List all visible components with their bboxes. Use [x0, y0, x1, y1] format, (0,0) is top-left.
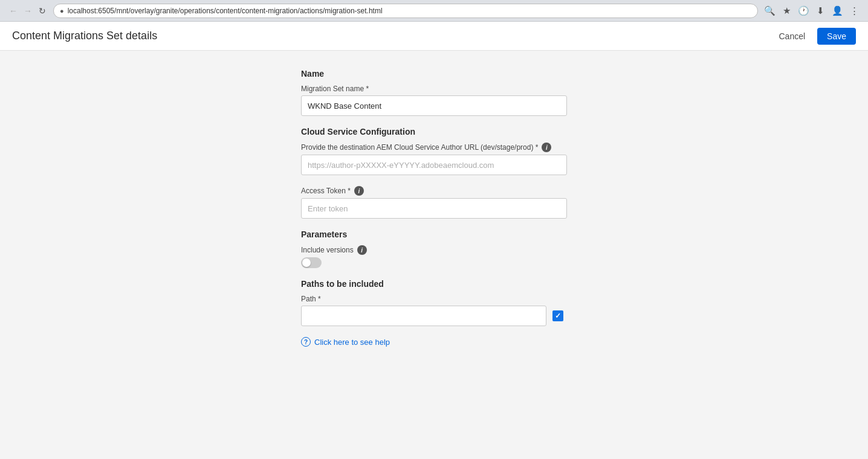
main-content: Name Migration Set name * Cloud Service … — [0, 51, 868, 365]
address-bar[interactable]: ● localhost:6505/mnt/overlay/granite/ope… — [53, 4, 758, 18]
browser-bar: ← → ↻ ● localhost:6505/mnt/overlay/grani… — [0, 0, 868, 22]
path-row — [301, 306, 567, 326]
url-field-label: Provide the destination AEM Cloud Servic… — [301, 143, 567, 152]
path-checkbox-cell — [549, 306, 567, 326]
parameters-section: Parameters Include versions i — [301, 230, 567, 268]
reload-button[interactable]: ↻ — [36, 5, 48, 17]
access-token-label: Access Token * i — [301, 186, 567, 196]
include-versions-toggle-wrapper — [301, 257, 567, 268]
include-versions-label: Include versions i — [301, 245, 567, 255]
cloud-service-section: Cloud Service Configuration Provide the … — [301, 127, 567, 175]
path-field-label: Path * — [301, 295, 567, 303]
access-token-info-icon[interactable]: i — [354, 186, 364, 196]
help-circle-icon: ? — [301, 337, 311, 347]
url-input-wrapper — [301, 155, 567, 175]
include-versions-info-icon[interactable]: i — [357, 245, 367, 255]
history-icon[interactable]: 🕐 — [797, 4, 810, 18]
forward-button[interactable]: → — [22, 5, 34, 17]
app-header: Content Migrations Set details Cancel Sa… — [0, 22, 868, 51]
lock-icon: ● — [60, 7, 64, 14]
page-title: Content Migrations Set details — [12, 30, 157, 42]
menu-icon[interactable]: ⋮ — [847, 4, 861, 18]
include-versions-toggle[interactable] — [301, 257, 322, 268]
paths-section-title: Paths to be included — [301, 279, 567, 289]
profile-icon[interactable]: 👤 — [831, 4, 844, 18]
browser-actions: 🔍 ★ 🕐 ⬇ 👤 ⋮ — [763, 4, 861, 18]
cancel-button[interactable]: Cancel — [771, 28, 812, 45]
name-section-title: Name — [301, 69, 567, 79]
access-token-section: Access Token * i — [301, 186, 567, 219]
header-actions: Cancel Save — [771, 28, 856, 45]
save-button[interactable]: Save — [817, 28, 856, 45]
url-text: localhost:6505/mnt/overlay/granite/opera… — [68, 7, 383, 15]
access-token-input[interactable] — [301, 198, 567, 219]
form-container: Name Migration Set name * Cloud Service … — [301, 69, 567, 347]
cloud-service-section-title: Cloud Service Configuration — [301, 127, 567, 136]
migration-set-name-input[interactable] — [301, 95, 567, 116]
search-icon[interactable]: 🔍 — [763, 4, 776, 18]
help-link[interactable]: ? Click here to see help — [301, 337, 567, 347]
parameters-section-title: Parameters — [301, 230, 567, 239]
toggle-track — [301, 257, 322, 268]
paths-section: Paths to be included Path * — [301, 279, 567, 326]
download-icon[interactable]: ⬇ — [814, 4, 827, 18]
toggle-thumb — [302, 258, 311, 267]
help-link-label: Click here to see help — [314, 338, 390, 347]
name-section: Name Migration Set name * — [301, 69, 567, 116]
back-button[interactable]: ← — [7, 5, 19, 17]
migration-set-name-label: Migration Set name * — [301, 85, 567, 93]
url-input[interactable] — [301, 155, 567, 175]
browser-navigation: ← → ↻ — [7, 5, 48, 17]
bookmark-icon[interactable]: ★ — [780, 4, 793, 18]
path-checkbox[interactable] — [552, 310, 563, 321]
path-input[interactable] — [301, 306, 546, 326]
url-info-icon[interactable]: i — [542, 143, 551, 152]
